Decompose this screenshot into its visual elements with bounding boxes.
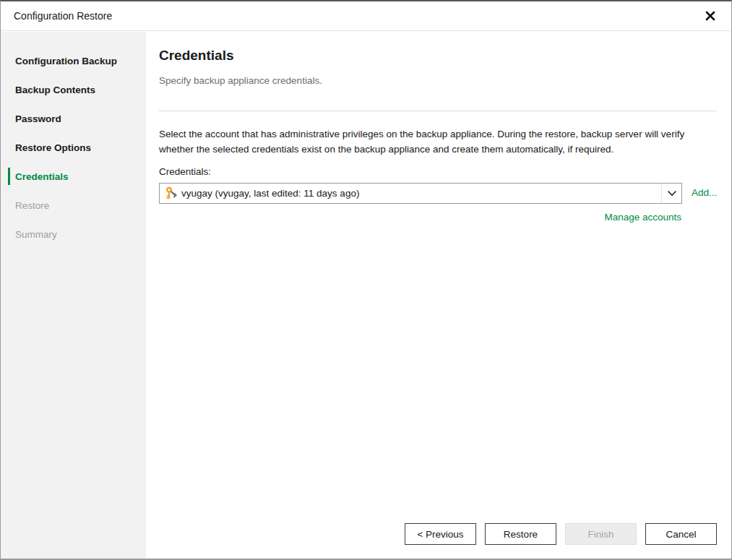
chevron-down-icon[interactable] — [661, 184, 681, 203]
sidebar-item-backup-contents[interactable]: Backup Contents — [1, 75, 146, 104]
add-link[interactable]: Add... — [692, 187, 717, 198]
configuration-restore-dialog: Configuration Restore Configuration Back… — [0, 0, 732, 560]
wizard-steps-sidebar: Configuration Backup Backup Contents Pas… — [1, 32, 146, 559]
credentials-dropdown[interactable]: vyugay (vyugay, last edited: 11 days ago… — [159, 183, 682, 204]
sidebar-item-restore: Restore — [1, 191, 146, 220]
sidebar-item-restore-options[interactable]: Restore Options — [1, 133, 146, 162]
sidebar-item-summary: Summary — [1, 220, 146, 249]
titlebar: Configuration Restore — [1, 1, 731, 31]
sidebar-item-label: Backup Contents — [15, 85, 95, 95]
window-title: Configuration Restore — [14, 10, 112, 22]
credentials-selected-value: vyugay (vyugay, last edited: 11 days ago… — [181, 188, 661, 199]
page-title: Credentials — [159, 48, 233, 64]
sidebar-item-label: Restore Options — [15, 142, 91, 153]
description-text: Select the account that has administrati… — [159, 126, 717, 157]
finish-button: Finish — [565, 523, 637, 545]
cancel-button[interactable]: Cancel — [645, 523, 717, 545]
manage-accounts-link[interactable]: Manage accounts — [604, 212, 681, 223]
previous-button[interactable]: < Previous — [405, 523, 476, 545]
sidebar-item-label: Password — [15, 113, 61, 124]
credentials-label: Credentials: — [159, 166, 211, 177]
close-icon[interactable] — [702, 8, 718, 24]
key-icon — [165, 186, 177, 200]
page-subtitle: Specify backup appliance credentials. — [159, 75, 322, 86]
restore-button[interactable]: Restore — [485, 523, 556, 545]
divider — [159, 111, 717, 111]
footer-buttons: < Previous Restore Finish Cancel — [405, 523, 717, 545]
sidebar-item-label: Credentials — [15, 171, 69, 182]
sidebar-item-label: Summary — [15, 229, 57, 240]
sidebar-item-credentials[interactable]: Credentials — [1, 162, 146, 191]
main-content: Credentials Specify backup appliance cre… — [146, 32, 731, 559]
sidebar-item-password[interactable]: Password — [1, 104, 146, 133]
sidebar-item-configuration-backup[interactable]: Configuration Backup — [1, 46, 146, 75]
sidebar-item-label: Configuration Backup — [15, 56, 117, 66]
sidebar-item-label: Restore — [15, 200, 49, 211]
